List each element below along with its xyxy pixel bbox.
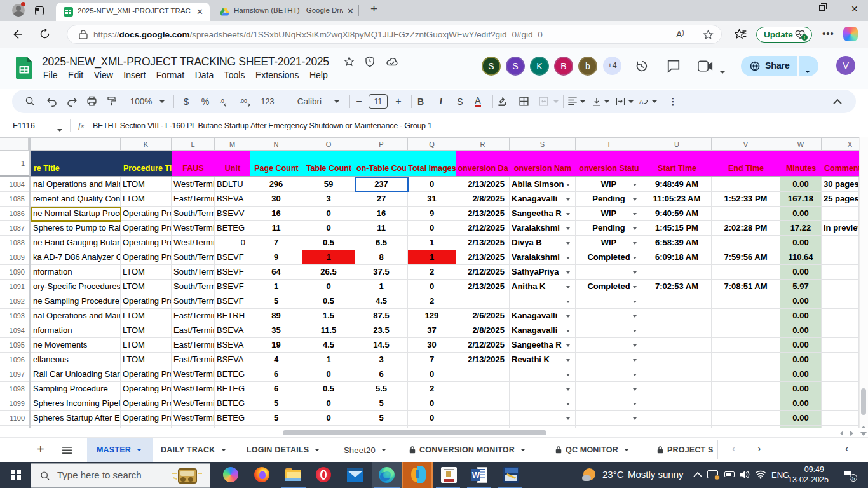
- svg-text:.00: .00: [240, 97, 247, 104]
- svg-text:A: A: [639, 98, 643, 105]
- svg-text:.0: .0: [220, 97, 224, 104]
